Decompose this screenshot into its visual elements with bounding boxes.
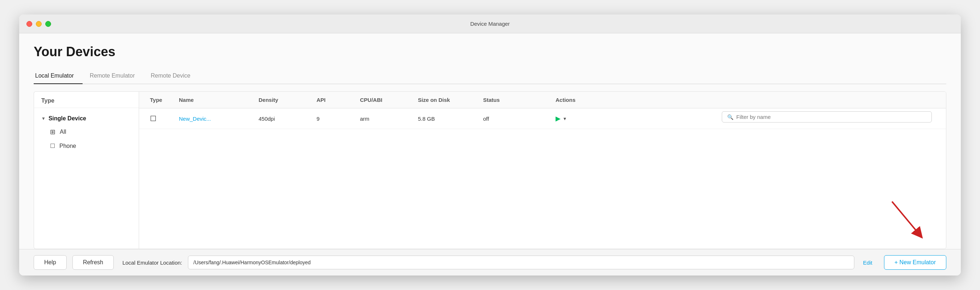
filter-input[interactable] (736, 114, 926, 120)
close-button[interactable] (26, 21, 32, 27)
col-name: Name (175, 92, 255, 108)
tab-remote-device[interactable]: Remote Device (149, 70, 199, 84)
grid-icon: ⊞ (50, 128, 56, 136)
row-actions: ▶ ▾ (552, 109, 610, 128)
maximize-button[interactable] (45, 21, 51, 27)
page-title: Your Devices (34, 44, 946, 59)
col-type: Type (146, 92, 175, 108)
col-actions: Actions (552, 92, 610, 108)
actions-dropdown-button[interactable]: ▾ (563, 116, 566, 121)
col-status: Status (479, 92, 552, 108)
help-button[interactable]: Help (34, 255, 67, 270)
tab-remote-emulator[interactable]: Remote Emulator (88, 70, 144, 84)
row-density: 450dpi (255, 110, 313, 127)
content-area: Your Devices Local Emulator Remote Emula… (19, 33, 961, 249)
row-name: New_Devic... (175, 110, 255, 127)
sidebar-item-phone-label: Phone (59, 143, 76, 149)
minimize-button[interactable] (36, 21, 41, 27)
bottom-bar: Help Refresh Local Emulator Location: Ed… (19, 249, 961, 276)
col-api: API (313, 92, 356, 108)
edit-link[interactable]: Edit (863, 260, 872, 266)
col-density: Density (255, 92, 313, 108)
sidebar-header: Type (34, 92, 139, 108)
refresh-button[interactable]: Refresh (72, 255, 114, 270)
sidebar-item-all[interactable]: ⊞ All (34, 125, 139, 139)
row-status: off (479, 110, 552, 127)
col-cpu-abi: CPU/ABI (356, 92, 414, 108)
table-header: Type Name Density API CPU/ABI Size on Di… (139, 92, 946, 108)
sidebar-group: ▼ Single Device ⊞ All ☐ Phone (34, 108, 139, 157)
title-bar: Device Manager (19, 14, 961, 33)
traffic-lights (26, 21, 51, 27)
filter-input-wrapper: 🔍 (722, 111, 932, 123)
sidebar-item-phone[interactable]: ☐ Phone (34, 139, 139, 153)
sidebar-group-label: Single Device (49, 115, 86, 122)
device-type-icon: ☐ (150, 115, 156, 123)
sidebar-group-single-device[interactable]: ▼ Single Device (34, 112, 139, 125)
row-cpu-abi: arm (356, 110, 414, 127)
window-title: Device Manager (470, 21, 509, 27)
col-size: Size on Disk (414, 92, 479, 108)
filter-area: 🔍 (722, 111, 932, 123)
location-label: Local Emulator Location: (123, 260, 182, 266)
chevron-down-icon: ▼ (41, 116, 46, 121)
location-input[interactable] (188, 256, 854, 269)
tabs-bar: Local Emulator Remote Emulator Remote De… (34, 70, 946, 84)
play-button[interactable]: ▶ (555, 115, 561, 123)
search-icon: 🔍 (727, 114, 733, 120)
row-type-icon: ☐ (146, 108, 175, 129)
device-name-link[interactable]: New_Devic... (179, 116, 211, 122)
sidebar-item-all-label: All (60, 129, 66, 135)
row-api: 9 (313, 110, 356, 127)
phone-icon: ☐ (50, 142, 55, 149)
tab-local-emulator[interactable]: Local Emulator (34, 70, 83, 84)
row-size: 5.8 GB (414, 110, 479, 127)
sidebar: Type ▼ Single Device ⊞ All ☐ Phone (34, 91, 139, 249)
new-emulator-button[interactable]: + New Emulator (884, 255, 946, 270)
app-window: Device Manager Your Devices Local Emulat… (19, 14, 961, 276)
